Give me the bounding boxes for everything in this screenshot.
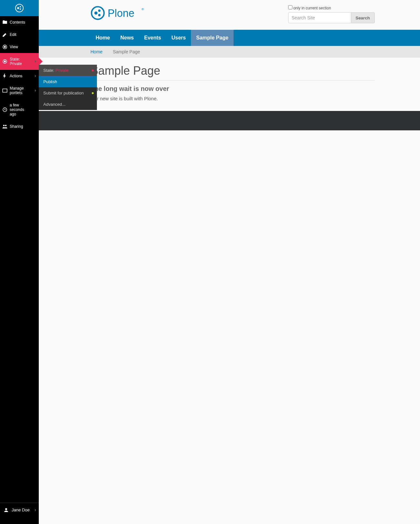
flyout-header-prefix: State:	[43, 68, 56, 73]
state-flyout: State: Private Publish Submit for public…	[39, 65, 97, 110]
toolbar-item-state[interactable]: State: Private	[0, 53, 39, 70]
toolbar-item-manage-portlets[interactable]: Manage portlets	[0, 82, 39, 99]
search-only-section-text: only in current section	[293, 6, 331, 10]
toolbar-item-contents[interactable]: Contents	[0, 16, 39, 28]
plone-logo-icon	[15, 4, 24, 12]
search-area: only in current section Search	[288, 5, 375, 23]
layout-icon	[2, 88, 8, 93]
toolbar-history-l3: ago	[10, 112, 36, 116]
nav-label: Events	[144, 35, 161, 40]
svg-point-8	[5, 508, 7, 510]
toolbar-item-label-bottom: portlets	[10, 91, 36, 95]
toolbar-item-label: Actions	[10, 74, 22, 78]
svg-point-7	[5, 125, 7, 126]
site-logo[interactable]: Plone ®	[90, 5, 158, 22]
nav-item-users[interactable]: Users	[166, 30, 191, 46]
page-body: Our new site is built with Plone.	[90, 96, 375, 101]
toolbar-item-sharing[interactable]: Sharing	[0, 120, 39, 133]
svg-point-11	[98, 9, 100, 12]
toolbar-user[interactable]: Jane Doe	[0, 503, 39, 517]
breadcrumb-home[interactable]: Home	[90, 49, 102, 54]
toolbar-state-value: Private	[10, 61, 36, 66]
nav-label: Home	[96, 35, 110, 40]
toolbar-item-label: Edit	[10, 32, 16, 37]
flyout-item-advanced[interactable]: Advanced...	[39, 99, 97, 110]
site-footer	[39, 111, 420, 130]
breadcrumb: Home Sample Page	[39, 46, 420, 58]
nav-item-sample-page[interactable]: Sample Page	[191, 30, 234, 46]
toolbar-state-label: State:	[10, 57, 36, 61]
nav-item-home[interactable]: Home	[90, 30, 115, 46]
toolbar-item-label: View	[10, 45, 18, 49]
nav-item-news[interactable]: News	[115, 30, 139, 46]
svg-point-12	[98, 14, 100, 16]
flyout-item-label: Submit for publication	[43, 91, 84, 95]
svg-point-1	[4, 46, 6, 48]
flyout-item-label: Publish	[43, 79, 57, 84]
eye-icon	[2, 44, 8, 50]
svg-text:Plone: Plone	[108, 7, 134, 19]
toolbar-item-actions[interactable]: Actions	[0, 70, 39, 82]
clock-icon	[2, 107, 8, 113]
search-button[interactable]: Search	[351, 12, 375, 23]
nav-label: Users	[172, 35, 186, 40]
pencil-icon	[2, 32, 8, 38]
svg-point-3	[4, 61, 6, 62]
toolbar-history-l2: seconds	[10, 107, 36, 112]
toolbar-item-label-top: Manage	[10, 86, 36, 91]
portal-header: Plone ® only in current section Search	[39, 0, 420, 30]
toolbar-item-label: Sharing	[10, 124, 23, 129]
search-only-section-label[interactable]: only in current section	[288, 5, 375, 10]
search-input[interactable]	[288, 12, 351, 23]
flyout-header-value: Private	[56, 68, 68, 73]
toolbar-item-edit[interactable]: Edit	[0, 28, 39, 41]
svg-point-9	[91, 7, 104, 19]
nav-item-events[interactable]: Events	[139, 30, 166, 46]
page-title: Sample Page	[90, 64, 375, 81]
breadcrumb-current: Sample Page	[113, 49, 140, 54]
svg-point-10	[94, 11, 98, 15]
nav-label: Sample Page	[196, 35, 228, 40]
page-subtitle: The long wait is now over	[90, 85, 375, 93]
svg-rect-4	[3, 89, 7, 93]
toolbar-logo[interactable]	[0, 0, 39, 16]
user-icon	[3, 507, 9, 513]
toolbar-item-label: Contents	[10, 20, 25, 25]
state-indicator-icon	[92, 92, 94, 94]
folder-icon	[2, 19, 8, 25]
people-icon	[2, 124, 8, 129]
lightning-icon	[2, 73, 8, 79]
toolbar-item-view[interactable]: View	[0, 41, 39, 53]
toolbar-item-history[interactable]: a few seconds ago	[0, 99, 39, 120]
plone-logo-icon: Plone ®	[90, 5, 158, 21]
global-nav: Home News Events Users Sample Page	[39, 30, 420, 46]
lock-icon	[2, 59, 8, 64]
flyout-item-publish[interactable]: Publish	[39, 76, 97, 87]
nav-label: News	[120, 35, 134, 40]
toolbar-history-l1: a few	[10, 103, 36, 107]
flyout-header: State: Private	[39, 65, 97, 76]
toolbar-user-label: Jane Doe	[12, 508, 30, 512]
search-only-section-checkbox[interactable]	[288, 5, 292, 9]
plone-toolbar: Contents Edit View State: Private	[0, 0, 39, 524]
flyout-item-submit[interactable]: Submit for publication	[39, 87, 97, 99]
flyout-item-label: Advanced...	[43, 102, 66, 107]
svg-text:®: ®	[142, 7, 144, 11]
svg-point-6	[3, 125, 5, 126]
state-indicator-icon	[92, 70, 94, 71]
